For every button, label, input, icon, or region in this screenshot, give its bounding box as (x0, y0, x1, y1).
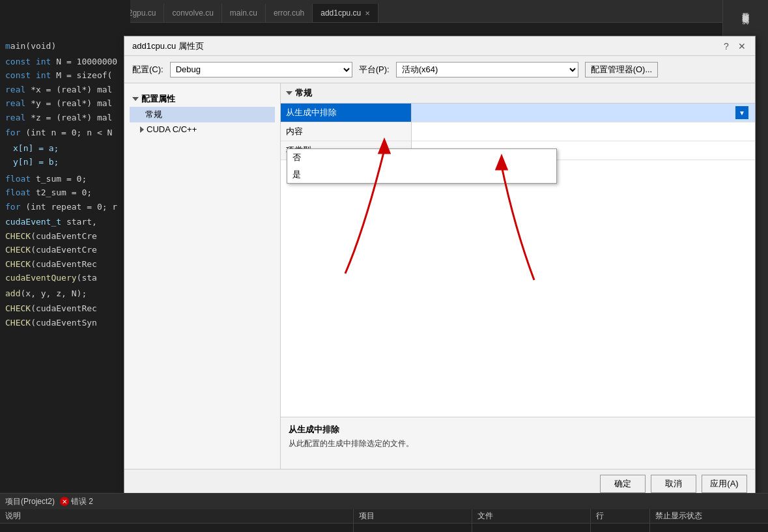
collapsed-icon (140, 126, 144, 133)
status-description-col: 说明 (0, 509, 354, 532)
prop-name-exclude: 从生成中排除 (281, 104, 411, 122)
prop-section-header: 常规 (281, 83, 755, 104)
error-badge: ✕ 错误 2 (60, 496, 93, 507)
solution-explorer-title: 解决方案资源管理器 (741, 25, 750, 31)
status-row2: 说明 项目 文件 行 禁止显示状态 (0, 509, 768, 532)
prop-value-content (411, 122, 755, 141)
project-label: 项目(Project2) (5, 496, 55, 507)
left-sidebar: 配置属性 常规 CUDA C/C++ (124, 83, 281, 469)
col-header-project: 项目 (354, 509, 472, 524)
prop-section-label: 常规 (295, 87, 312, 99)
status-project-col: 项目 (354, 509, 472, 532)
description-box: 从生成中排除 从此配置的生成中排除选定的文件。 (281, 417, 755, 469)
platform-label: 平台(P): (359, 64, 390, 76)
dialog-titlebar: add1cpu.cu 属性页 ? ✕ (124, 36, 755, 56)
col-header-description: 说明 (0, 509, 353, 524)
error-label: 错误 2 (71, 496, 93, 507)
ok-button[interactable]: 确定 (600, 475, 646, 493)
col-header-line: 行 (591, 509, 649, 524)
dialog-controls: ? ✕ (721, 41, 747, 51)
code-editor-background: main(void) const int N = 10000000 const … (0, 0, 130, 532)
dropdown-option-no[interactable]: 否 (287, 149, 556, 166)
dialog-close-button[interactable]: ✕ (737, 41, 747, 51)
status-suppress-col: 禁止显示状态 (650, 509, 768, 532)
prop-value-exclude[interactable]: ▼ (411, 104, 755, 122)
prop-row-content[interactable]: 内容 (281, 122, 755, 141)
section-expand-icon (286, 91, 292, 95)
error-icon: ✕ (60, 497, 69, 506)
expand-icon (132, 97, 139, 101)
status-bar: 项目(Project2) ✕ 错误 2 说明 项目 文件 行 禁止显示状态 (0, 493, 768, 532)
description-text: 从此配置的生成中排除选定的文件。 (289, 438, 747, 449)
config-select[interactable]: Debug (170, 62, 352, 77)
status-row1: 项目(Project2) ✕ 错误 2 (0, 494, 768, 509)
config-label: 配置(C): (132, 64, 164, 76)
dropdown-popup: 否 是 (287, 148, 557, 184)
col-header-file: 文件 (472, 509, 590, 524)
col-header-suppress: 禁止显示状态 (650, 509, 768, 524)
tab-main[interactable]: main.cu (222, 4, 266, 22)
properties-dialog: add1cpu.cu 属性页 ? ✕ 配置(C): Debug 平台(P): 活… (124, 36, 756, 498)
tab-close-icon[interactable]: ✕ (365, 10, 370, 17)
dialog-body: 配置属性 常规 CUDA C/C++ 常规 (124, 83, 755, 469)
prop-row-exclude[interactable]: 从生成中排除 ▼ (281, 104, 755, 122)
prop-name-content: 内容 (281, 122, 411, 141)
sidebar-item-cuda[interactable]: CUDA C/C++ (130, 122, 275, 136)
cancel-button[interactable]: 取消 (651, 475, 696, 493)
tab-convolve[interactable]: convolve.cu (164, 4, 221, 22)
status-line-col: 行 (591, 509, 650, 532)
sidebar-item-general[interactable]: 常规 (130, 107, 275, 122)
description-title: 从生成中排除 (289, 424, 747, 436)
config-manager-button[interactable]: 配置管理器(O)... (585, 62, 659, 77)
dialog-title: add1cpu.cu 属性页 (132, 40, 204, 52)
config-row: 配置(C): Debug 平台(P): 活动(x64) 配置管理器(O)... (124, 56, 755, 83)
tab-add1cpu[interactable]: add1cpu.cu ✕ (313, 4, 378, 22)
sidebar-section-label: 配置属性 (141, 93, 175, 105)
dialog-help-button[interactable]: ? (721, 41, 732, 51)
dropdown-option-yes[interactable]: 是 (287, 166, 556, 183)
platform-select[interactable]: 活动(x64) (396, 62, 578, 77)
status-file-col: 文件 (472, 509, 591, 532)
dropdown-arrow-icon[interactable]: ▼ (735, 106, 748, 119)
apply-button[interactable]: 应用(A) (702, 475, 747, 493)
tab-error[interactable]: error.cuh (266, 4, 313, 22)
sidebar-section-header[interactable]: 配置属性 (130, 91, 275, 107)
right-content: 常规 从生成中排除 ▼ 内容 (281, 83, 755, 469)
sidebar-section: 配置属性 常规 CUDA C/C++ (124, 89, 280, 139)
